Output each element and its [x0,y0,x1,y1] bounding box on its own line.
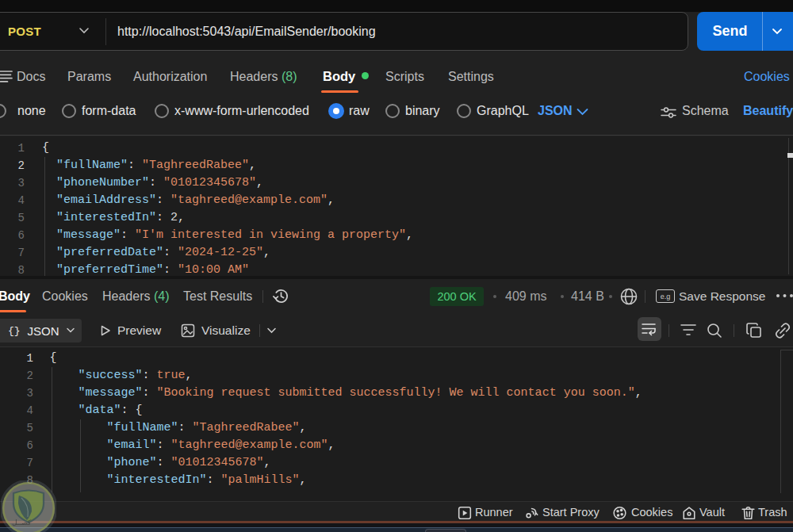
svg-text:كصــل: كصــل [12,519,32,526]
